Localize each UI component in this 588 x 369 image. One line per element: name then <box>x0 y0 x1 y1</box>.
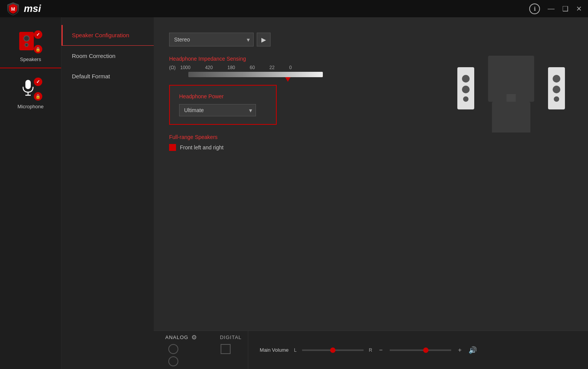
viz-right-circle-2 <box>553 86 560 93</box>
main-volume-lr-slider[interactable] <box>302 349 364 351</box>
nav-panel: Speaker Configuration Room Correction De… <box>61 17 154 369</box>
vol-r-label: R <box>369 347 372 353</box>
hp-power-label: Headphone Power <box>179 93 267 99</box>
viz-stand-base <box>492 102 530 132</box>
viz-left-circle-2 <box>462 86 470 93</box>
bottom-left-section: ANALOG ⚙ DIGITAL <box>165 331 248 369</box>
microphone-label: Microphone <box>18 104 44 109</box>
impedance-val-4: 22 <box>269 65 274 70</box>
impedance-val-1: 420 <box>205 65 213 70</box>
analog-header-row: ANALOG ⚙ DIGITAL <box>165 334 242 341</box>
viz-left-circle-3 <box>463 96 468 102</box>
hp-power-select[interactable]: Low Normal High Ultimate <box>179 104 256 116</box>
main-content: Stereo Quadraphonic 5.1 Surround 7.1 Sur… <box>154 17 588 331</box>
lock-badge: 🔒 <box>34 45 42 53</box>
speakers-label: Speakers <box>20 56 41 62</box>
digital-label: DIGITAL <box>220 334 242 340</box>
viz-speaker-left <box>457 67 474 109</box>
nav-item-default-format[interactable]: Default Format <box>61 66 154 86</box>
restore-button[interactable]: ❑ <box>562 5 568 13</box>
msi-shield-icon: M <box>6 2 20 16</box>
impedance-val-2: 180 <box>228 65 235 70</box>
impedance-val-3: 60 <box>250 65 255 70</box>
analog-col: ANALOG ⚙ DIGITAL <box>165 334 242 366</box>
gear-icon[interactable]: ⚙ <box>191 334 197 341</box>
stereo-select-wrapper[interactable]: Stereo Quadraphonic 5.1 Surround 7.1 Sur… <box>169 33 254 46</box>
bottom-bar: ANALOG ⚙ DIGITAL Main Volume L R − + 🔊 <box>154 331 588 369</box>
sidebar-item-microphone[interactable]: ✓ 🔒 Microphone <box>0 72 61 116</box>
impedance-val-0: 1000 <box>180 65 191 70</box>
volume-icon: 🔊 <box>468 346 477 354</box>
microphone-icon <box>21 79 35 98</box>
nav-item-speaker-config[interactable]: Speaker Configuration <box>61 25 154 46</box>
viz-speaker-right <box>548 67 565 109</box>
analog-circle-2[interactable] <box>168 356 178 366</box>
stereo-select[interactable]: Stereo Quadraphonic 5.1 Surround 7.1 Sur… <box>169 33 254 46</box>
vol-l-label: L <box>294 347 297 353</box>
main-volume-label: Main Volume <box>260 347 289 353</box>
mic-check-badge: ✓ <box>34 78 42 86</box>
mic-lock-badge: 🔒 <box>34 92 42 101</box>
window-controls: ℹ — ❑ ✕ <box>529 3 582 14</box>
speaker-main-icon <box>19 32 34 50</box>
viz-stand-neck <box>507 94 516 102</box>
analog-label: ANALOG <box>165 334 188 340</box>
sidebar-item-speakers[interactable]: ✓ 🔒 Speakers <box>0 25 61 68</box>
impedance-bar-container <box>188 72 323 77</box>
hp-power-select-wrapper[interactable]: Low Normal High Ultimate ▾ <box>179 104 256 116</box>
analog-circles <box>168 344 178 366</box>
minimize-button[interactable]: — <box>548 5 555 13</box>
analog-circle-1[interactable] <box>168 344 178 354</box>
fullrange-checkbox-label: Front left and right <box>180 144 224 151</box>
impedance-val-5: 0 <box>289 65 292 70</box>
microphone-icons: ✓ 🔒 <box>19 78 42 101</box>
app-logo: M msi <box>6 2 41 16</box>
speaker-dot-2 <box>25 43 28 47</box>
viz-center <box>477 56 546 132</box>
impedance-unit: (Ω) <box>169 65 176 70</box>
viz-left-circle-1 <box>462 75 470 83</box>
app-name: msi <box>24 3 41 15</box>
impedance-values: 1000 420 180 60 22 0 <box>180 65 292 70</box>
volume-minus-button[interactable]: − <box>379 347 382 354</box>
check-badge: ✓ <box>34 30 42 39</box>
main-volume-section: Main Volume L R − + 🔊 <box>248 346 477 354</box>
close-button[interactable]: ✕ <box>576 5 582 13</box>
nav-item-room-correction[interactable]: Room Correction <box>61 46 154 66</box>
speaker-dot-1 <box>23 35 30 41</box>
titlebar: M msi ℹ — ❑ ✕ <box>0 0 588 17</box>
svg-rect-1 <box>25 80 31 89</box>
main-volume-slider[interactable] <box>390 349 451 351</box>
sidebar: ✓ 🔒 Speakers ✓ 🔒 Microphone <box>0 17 61 369</box>
viz-right-circle-3 <box>554 96 559 102</box>
play-icon: ▶ <box>261 36 266 43</box>
speakers-icons: ✓ 🔒 <box>19 30 42 53</box>
impedance-marker <box>285 77 291 82</box>
info-button[interactable]: ℹ <box>529 3 540 14</box>
play-button[interactable]: ▶ <box>257 33 271 46</box>
hp-power-box: Headphone Power Low Normal High Ultimate… <box>169 85 277 125</box>
speaker-visualization <box>450 33 573 156</box>
viz-right-circle-1 <box>553 75 560 83</box>
volume-plus-button[interactable]: + <box>458 347 462 354</box>
digital-box[interactable] <box>221 344 231 354</box>
fullrange-checkbox[interactable] <box>169 144 176 151</box>
impedance-bar <box>188 72 323 77</box>
svg-text:M: M <box>11 6 15 12</box>
